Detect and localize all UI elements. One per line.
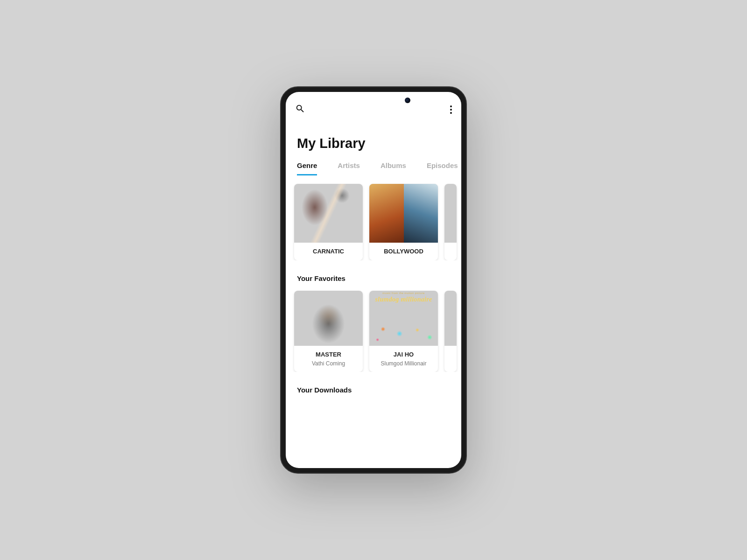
section-favorites-title: Your Favorites [286,260,461,282]
favorite-image [444,291,457,346]
section-downloads-title: Your Downloads [286,372,461,394]
album-art-tagline: music from the motion picture [369,292,438,294]
genre-card-bollywood[interactable]: BOLLYWOOD [369,184,438,260]
genre-label: BOLLYWOOD [369,243,438,260]
tab-genre[interactable]: Genre [297,161,317,175]
tab-albums[interactable]: Albums [381,161,406,175]
favorite-image [294,291,363,346]
genre-image [369,184,438,243]
phone-body: My Library Genre Artists Albums Episodes… [280,86,467,474]
tab-artists[interactable]: Artists [338,161,360,175]
favorite-subtitle: Slumgod Millionair [369,360,438,372]
genre-image [294,184,363,243]
genre-label: CARNATIC [294,243,363,260]
favorite-image: music from the motion picture slumdog mi… [369,291,438,346]
genre-row[interactable]: CARNATIC BOLLYWOOD [286,175,461,260]
top-bar [286,92,461,127]
favorite-card-peek[interactable] [444,291,457,372]
favorite-subtitle: Vathi Coming [294,360,363,372]
more-icon[interactable] [450,105,452,114]
page-title: My Library [286,127,461,161]
favorite-card-jaiho[interactable]: music from the motion picture slumdog mi… [369,291,438,372]
tab-bar: Genre Artists Albums Episodes [286,161,461,175]
album-art-logo: slumdog millionaire [369,296,438,303]
app-screen: My Library Genre Artists Albums Episodes… [286,92,461,468]
genre-card-carnatic[interactable]: CARNATIC [294,184,363,260]
genre-image [444,184,457,243]
search-icon[interactable] [295,104,305,116]
favorite-card-master[interactable]: MASTER Vathi Coming [294,291,363,372]
genre-card-peek[interactable] [444,184,457,260]
favorites-row[interactable]: MASTER Vathi Coming music from the motio… [286,282,461,372]
phone-mockup: My Library Genre Artists Albums Episodes… [280,86,467,474]
tab-episodes[interactable]: Episodes [427,161,458,175]
